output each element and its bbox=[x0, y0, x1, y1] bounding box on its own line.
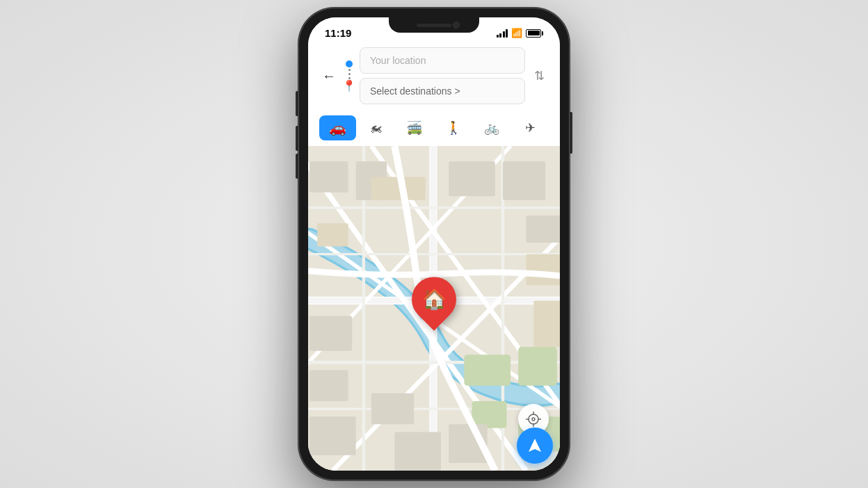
location-input[interactable]: Your location bbox=[360, 47, 525, 74]
svg-rect-32 bbox=[317, 223, 348, 246]
car-icon: 🚗 bbox=[329, 120, 346, 136]
battery-icon bbox=[526, 29, 543, 38]
crosshair-icon bbox=[526, 412, 541, 427]
tab-moto[interactable]: 🏍 bbox=[357, 115, 394, 140]
origin-dot bbox=[346, 60, 353, 67]
svg-rect-29 bbox=[394, 432, 441, 471]
svg-rect-22 bbox=[449, 161, 495, 196]
svg-rect-34 bbox=[533, 300, 560, 347]
screen: 11:19 📶 bbox=[308, 17, 560, 471]
svg-rect-16 bbox=[464, 355, 511, 385]
transit-icon: 🚎 bbox=[407, 120, 422, 136]
svg-rect-24 bbox=[526, 215, 560, 243]
signal-icon bbox=[497, 29, 508, 38]
search-row: ← 📍 Your bbox=[319, 47, 549, 104]
destination-pin-icon: 📍 bbox=[342, 81, 356, 92]
navigate-icon bbox=[526, 437, 544, 455]
swap-icon: ⇅ bbox=[534, 68, 545, 83]
destination-input[interactable]: Select destinations > bbox=[360, 78, 525, 104]
svg-point-35 bbox=[529, 414, 538, 424]
wifi-icon: 📶 bbox=[511, 28, 522, 38]
svg-rect-23 bbox=[503, 161, 545, 200]
route-indicator: 📍 bbox=[343, 60, 355, 92]
svg-rect-17 bbox=[518, 347, 557, 386]
svg-rect-25 bbox=[310, 316, 352, 351]
destination-placeholder: Select destinations > bbox=[370, 86, 460, 97]
home-icon: 🏠 bbox=[422, 287, 447, 310]
tab-bike[interactable]: 🚲 bbox=[473, 115, 510, 140]
notch-speaker bbox=[417, 24, 451, 27]
tab-transit[interactable]: 🚎 bbox=[396, 115, 433, 140]
swap-button[interactable]: ⇅ bbox=[529, 66, 549, 86]
nav-bar: ← 📍 Your bbox=[308, 42, 560, 111]
bike-icon: 🚲 bbox=[484, 120, 499, 136]
svg-point-40 bbox=[532, 418, 535, 421]
tab-car[interactable]: 🚗 bbox=[319, 115, 356, 140]
phone-mockup: 11:19 📶 bbox=[298, 8, 570, 480]
svg-rect-20 bbox=[310, 161, 348, 192]
location-placeholder: Your location bbox=[370, 55, 426, 66]
navigate-button[interactable] bbox=[517, 428, 553, 464]
transport-tabs: 🚗 🏍 🚎 🚶 🚲 ✈ bbox=[308, 111, 560, 146]
svg-rect-18 bbox=[472, 401, 506, 428]
svg-rect-33 bbox=[526, 254, 560, 285]
back-arrow-icon: ← bbox=[322, 68, 336, 84]
svg-rect-28 bbox=[371, 393, 414, 424]
map-pin: 🏠 bbox=[412, 277, 456, 330]
status-icons: 📶 bbox=[497, 28, 544, 38]
map-area[interactable]: 🏠 bbox=[308, 146, 560, 471]
back-button[interactable]: ← bbox=[319, 66, 339, 86]
status-time: 11:19 bbox=[325, 27, 351, 39]
plane-icon: ✈ bbox=[525, 120, 536, 136]
notch bbox=[389, 17, 479, 33]
walk-icon: 🚶 bbox=[446, 120, 461, 136]
svg-rect-26 bbox=[310, 370, 348, 400]
pin-body: 🏠 bbox=[403, 268, 466, 331]
route-inputs: Your location Select destinations > bbox=[360, 47, 525, 104]
moto-icon: 🏍 bbox=[370, 121, 383, 136]
svg-rect-27 bbox=[310, 416, 356, 455]
tab-plane[interactable]: ✈ bbox=[512, 115, 549, 140]
phone-shell: 11:19 📶 bbox=[298, 8, 570, 480]
notch-camera bbox=[453, 22, 460, 29]
tab-walk[interactable]: 🚶 bbox=[435, 115, 472, 140]
connector-dots bbox=[348, 69, 351, 79]
svg-marker-41 bbox=[529, 439, 541, 452]
